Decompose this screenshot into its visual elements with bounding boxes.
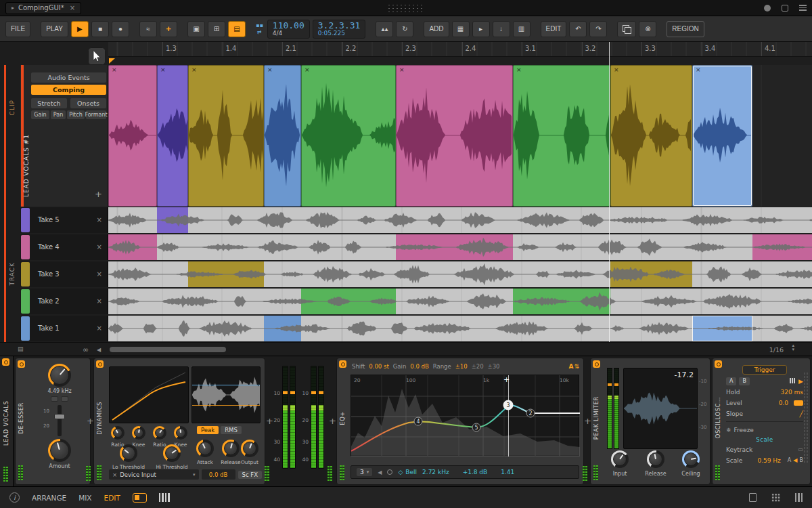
take-delete-icon[interactable]: ×: [97, 270, 102, 278]
onsets-tab[interactable]: Onsets: [70, 98, 106, 108]
device-panel-toggle-icon[interactable]: [133, 493, 147, 503]
take-header[interactable]: Take 5×: [20, 207, 108, 233]
pan-tab[interactable]: Pan: [51, 110, 66, 119]
band-type-select[interactable]: ◇Bell: [398, 469, 417, 475]
comp-segment[interactable]: ×: [513, 65, 610, 207]
audio-events-tab[interactable]: Audio Events: [31, 72, 106, 83]
arrange-view-tab[interactable]: ARRANGE: [32, 494, 66, 502]
segment-close-icon[interactable]: ×: [160, 66, 166, 73]
comp-lane[interactable]: ×××××××××: [108, 65, 812, 207]
take-lane[interactable]: [108, 234, 812, 260]
edit-view-tab[interactable]: EDIT: [104, 494, 120, 502]
device-deesser[interactable]: DE-ESSER 4.49 kHz 10 20 Amount: [15, 358, 91, 485]
knee-knob[interactable]: [132, 426, 145, 440]
region-button[interactable]: REGION: [667, 21, 704, 37]
threshold-fader[interactable]: 10 20: [47, 405, 72, 436]
range-option-10[interactable]: ±10: [455, 363, 468, 370]
power-icon[interactable]: [18, 360, 25, 368]
release-knob[interactable]: [222, 440, 240, 457]
range-option-30[interactable]: ±30: [488, 363, 500, 370]
eq-band-node[interactable]: 3: [503, 400, 514, 410]
device-eq-plus[interactable]: EQ+ Shift 0.00 st Gain 0.0 dB Range ±10 …: [336, 358, 584, 485]
delete-button[interactable]: ⊗: [639, 21, 656, 37]
source-a-button[interactable]: A: [726, 377, 736, 385]
segment-close-icon[interactable]: ×: [399, 66, 405, 73]
add-device-icon[interactable]: +: [266, 416, 273, 426]
edit-menu-button[interactable]: EDIT: [541, 21, 567, 37]
knee-knob[interactable]: [174, 426, 187, 440]
take-lane[interactable]: [108, 261, 812, 287]
eq-band-node[interactable]: 5: [472, 423, 481, 432]
band-power-icon[interactable]: [387, 469, 392, 475]
eq-curve-display[interactable]: + 201001k10k4523: [351, 375, 579, 456]
gain-reduction-display[interactable]: -17.2: [623, 368, 698, 449]
input-knob[interactable]: [611, 450, 629, 468]
ab-morph[interactable]: A◀B: [788, 457, 803, 463]
comping-view-button[interactable]: ▤: [228, 21, 246, 37]
menu-icon[interactable]: [799, 5, 807, 11]
steps-button[interactable]: ▦: [452, 21, 470, 37]
power-icon[interactable]: [715, 360, 722, 368]
tempo-value[interactable]: 110.00: [273, 21, 304, 30]
record-button[interactable]: ●: [112, 21, 129, 37]
scroll-left-icon[interactable]: ◀: [97, 347, 101, 353]
level-value[interactable]: 0.0: [779, 400, 788, 406]
formant-tab[interactable]: Formant: [86, 110, 106, 119]
keytrack-label[interactable]: Keytrack: [726, 446, 752, 453]
add-object-button[interactable]: +: [160, 21, 177, 37]
grid-toggle-button[interactable]: ⊞: [208, 21, 225, 37]
take-lane[interactable]: [108, 316, 812, 341]
sync-cluster[interactable]: ▪▪ ⇄: [256, 23, 263, 35]
segment-close-icon[interactable]: ×: [267, 66, 273, 73]
gain-value[interactable]: 0.0 dB: [410, 363, 428, 370]
clipboard-button[interactable]: ▥: [513, 21, 531, 37]
stop-button[interactable]: ■: [91, 21, 109, 37]
comping-tab[interactable]: Comping: [31, 85, 106, 95]
zoom-level[interactable]: 1/16: [769, 346, 784, 354]
info-icon[interactable]: i: [9, 492, 20, 503]
stretch-tab[interactable]: Stretch: [31, 98, 67, 108]
eq-band-node[interactable]: 4: [414, 417, 423, 426]
comp-segment[interactable]: ×: [188, 65, 264, 207]
device-dynamics[interactable]: DYNAMICS Ratio Knee Ratio Knee Peak: [93, 358, 265, 485]
freeze-toggle[interactable]: Freeze: [734, 427, 754, 433]
mix-view-tab[interactable]: MIX: [78, 494, 91, 502]
import-button[interactable]: ↓: [493, 21, 510, 37]
status-circle-icon[interactable]: [764, 5, 771, 12]
peak-mode-button[interactable]: Peak: [197, 426, 219, 434]
device-chain-rail[interactable]: LEAD VOCALS: [0, 356, 14, 487]
sidechain-fx-button[interactable]: Sc FX: [238, 471, 262, 479]
play-menu-button[interactable]: PLAY: [41, 21, 68, 37]
sidechain-gain-field[interactable]: 0.0 dB: [202, 469, 235, 480]
take-header[interactable]: Take 4×: [20, 234, 108, 260]
loop-button[interactable]: ↻: [396, 21, 413, 37]
position-display[interactable]: 3.2.3.31 0:05.225: [313, 20, 366, 39]
browser-panel-icon[interactable]: [749, 493, 757, 502]
take-delete-icon[interactable]: ×: [97, 243, 102, 251]
level-slider[interactable]: [794, 400, 803, 406]
gain-tab[interactable]: Gain: [31, 110, 49, 119]
trigger-button[interactable]: Trigger: [742, 365, 786, 375]
power-icon[interactable]: [593, 360, 600, 368]
hi-threshold-knob[interactable]: [163, 444, 181, 462]
source-b-button[interactable]: B: [739, 377, 750, 385]
frequency-knob[interactable]: [48, 364, 71, 387]
ratio-knob[interactable]: [111, 426, 125, 440]
tempo-display[interactable]: 110.00 4/4: [267, 20, 310, 39]
ratio-knob[interactable]: [153, 426, 166, 440]
horizontal-scrollbar[interactable]: [110, 347, 226, 352]
marker-button[interactable]: ▸: [472, 21, 490, 37]
rms-mode-button[interactable]: RMS: [221, 426, 242, 434]
comp-segment[interactable]: ×: [157, 65, 188, 207]
comp-segment[interactable]: ×: [108, 65, 157, 207]
scale-value[interactable]: 0.59 Hz: [757, 457, 780, 464]
band-gain-value[interactable]: +1.8 dB: [463, 469, 488, 475]
timeline-ruler[interactable]: 1.31.42.12.22.32.43.13.23.33.44.1: [108, 42, 812, 57]
zoom-arrows[interactable]: ▴▾: [792, 344, 794, 352]
band-frequency-value[interactable]: 2.72 kHz: [422, 469, 449, 475]
undo-button[interactable]: ↶: [569, 21, 587, 37]
band-select[interactable]: 3▾: [357, 468, 372, 476]
grid-panel-icon[interactable]: [771, 493, 780, 502]
compressor-curve-display[interactable]: [109, 366, 189, 423]
segment-close-icon[interactable]: ×: [304, 66, 310, 73]
